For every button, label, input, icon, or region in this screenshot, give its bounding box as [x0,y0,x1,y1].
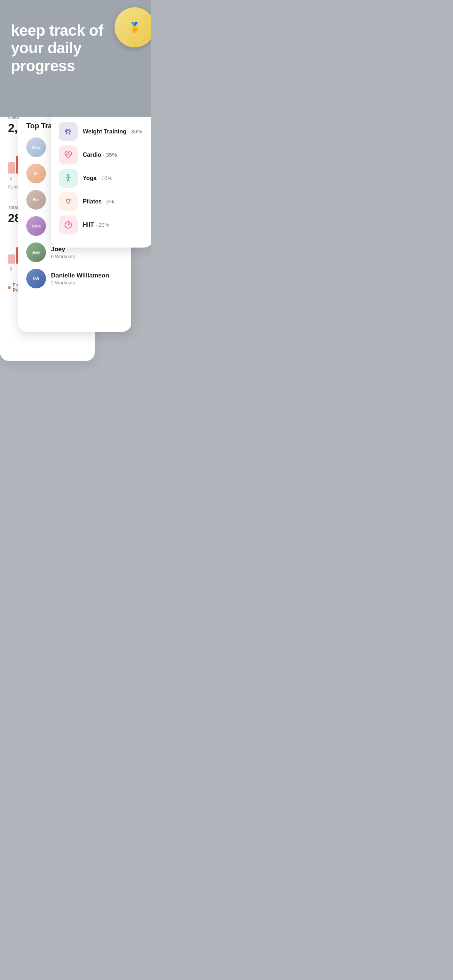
svg-point-1 [67,175,69,177]
hiit-icon-box [59,215,78,234]
weight-training-icon-box [59,122,78,141]
workout-info-hiit: HIIT · 20% [83,222,109,228]
workout-item-yoga: Yoga · 10% [59,169,145,188]
workout-info-weight: Weight Training · 30% [83,128,142,135]
workout-info-cardio: Cardio · 35% [83,152,117,158]
bar [8,162,15,174]
avatar-koko: Koko [26,216,46,236]
workout-name-yoga: Yoga [83,175,97,181]
legend-dot-programs [8,286,11,289]
workout-name-cardio: Cardio [83,152,101,158]
workout-info-yoga: Yoga · 10% [83,175,112,181]
workout-pct-pilates-val: 5% [106,198,114,205]
workout-pct-weight-val: 30% [131,128,142,135]
trainer-info-joey: Joey 6 Workouts [51,246,75,259]
trainer-row-danielle: DW Danielle Williamson 2 Workouts [26,269,123,288]
yoga-icon-box [59,169,78,188]
avatar-joey: Joey [26,242,46,262]
workout-info-pilates: Pilates · 5% [83,198,114,205]
hero-title: keep track of your daily progress [11,22,120,75]
trainer-workouts-danielle: 2 Workouts [51,280,109,285]
workout-pct-hiit: · [96,222,99,228]
badge-decoration: 🏅 [115,7,151,48]
workout-item-weight: Weight Training · 30% [59,122,145,141]
badge-circle: 🏅 [115,7,151,48]
workout-item-hiit: HIIT · 20% [59,215,145,234]
trainer-info-danielle: Danielle Williamson 2 Workouts [51,272,109,285]
bar [8,255,15,264]
workout-pct-hiit-val: 20% [99,222,109,228]
cards-container: Calories Burn 2,852 5 10 Gymondo Ac [0,117,151,379]
avatar-danielle: DW [26,269,46,288]
weight-training-icon [63,127,73,137]
cardio-icon-box [59,145,78,164]
avatar-alison: Ali [26,164,46,183]
trainer-workouts-joey: 6 Workouts [51,254,75,259]
workout-name-pilates: Pilates [83,198,102,205]
chart1-label-5: 5 [10,177,12,181]
chart2-label-5: 5 [10,267,12,272]
workout-pct-yoga-val: 10% [101,175,112,181]
workout-name-weight: Weight Training [83,128,126,135]
workout-pct-cardio-val: 35% [106,152,117,158]
hero-section: keep track of your daily progress 🏅 [0,0,151,117]
breakdown-card: Workout Breakdown SEE Weight Training · … [51,117,151,248]
trainer-name-danielle: Danielle Williamson [51,272,109,279]
pilates-icon-box [59,192,78,211]
yoga-icon [63,173,73,183]
avatar-andy: Andy [26,137,46,157]
workout-name-hiit: HIIT [83,222,94,228]
workout-pct-yoga: · [98,175,101,181]
page-wrapper: keep track of your daily progress 🏅 Calo… [0,0,151,379]
workout-item-pilates: Pilates · 5% [59,192,145,211]
workout-pct-weight: · [128,128,131,135]
badge-text: 🏅 [129,22,140,33]
hiit-icon [63,220,73,230]
avatar-ben: Ben [26,190,46,210]
workout-item-cardio: Cardio · 35% [59,145,145,164]
pilates-icon [63,197,73,207]
cardio-icon [63,150,73,160]
